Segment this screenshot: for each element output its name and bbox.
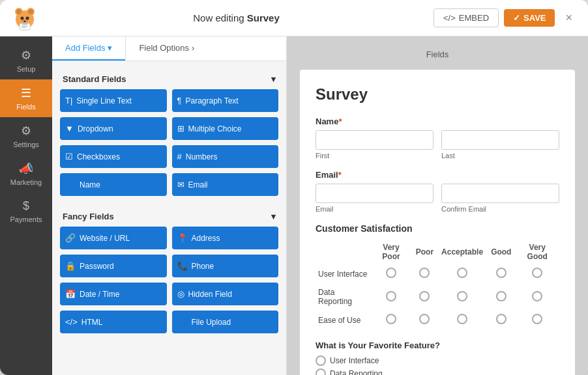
settings-icon: ⚙ [21, 124, 31, 138]
radio-dr-1[interactable] [370, 284, 412, 310]
field-numbers[interactable]: # Numbers [172, 145, 279, 168]
sidebar-item-settings[interactable]: ⚙ Settings [0, 117, 52, 155]
sidebar-item-marketing[interactable]: 📣 Marketing [0, 155, 52, 193]
field-label: HTML [81, 318, 103, 327]
password-icon: 🔒 [65, 261, 76, 271]
first-name-input[interactable] [316, 130, 434, 150]
check-icon: ✓ [513, 13, 520, 23]
field-hidden[interactable]: ◎ Hidden Field [172, 283, 279, 305]
sidebar-item-fields[interactable]: ☰ Fields [0, 79, 52, 117]
field-label: Checkboxes [77, 152, 120, 161]
standard-fields-header[interactable]: Standard Fields ▾ [60, 69, 278, 89]
fancy-fields-chevron: ▾ [271, 212, 276, 221]
field-label: Email [188, 180, 208, 189]
fav-radio-ui[interactable] [316, 355, 326, 366]
radio-dr-2[interactable] [412, 284, 437, 310]
radio-eu-3[interactable] [437, 310, 487, 330]
save-button[interactable]: ✓ SAVE [504, 9, 555, 27]
radio-eu-2[interactable] [412, 310, 437, 330]
tab-field-options[interactable]: Field Options › [125, 36, 207, 61]
form-group-email: Email* Email Confirm Email [316, 170, 559, 213]
chevron-right-icon: › [192, 43, 194, 53]
radio-ui-2[interactable] [412, 264, 437, 284]
field-multiple-choice[interactable]: ⊞ Multiple Choice [172, 117, 279, 140]
field-address[interactable]: 📍 Address [172, 227, 279, 249]
rating-col-good: Good [487, 240, 515, 264]
radio-eu-4[interactable] [487, 310, 515, 330]
field-label: Hidden Field [188, 290, 232, 299]
first-sublabel: First [316, 152, 434, 160]
field-datetime[interactable]: 📅 Date / Time [60, 283, 167, 305]
field-name[interactable]: 👤 Name [60, 173, 167, 196]
toolbar-actions: </> EMBED ✓ SAVE × [434, 8, 578, 27]
radio-ui-1[interactable] [370, 264, 412, 284]
fancy-fields-grid: 🔗 Website / URL 📍 Address 🔒 Password 📞 P… [60, 227, 278, 333]
radio-ui-4[interactable] [487, 264, 515, 284]
sidebar-item-setup[interactable]: ⚙ Setup [0, 42, 52, 79]
phone-icon: 📞 [177, 261, 188, 271]
embed-button[interactable]: </> EMBED [434, 8, 499, 27]
field-checkboxes[interactable]: ☑ Checkboxes [60, 145, 167, 168]
svg-point-4 [28, 9, 33, 14]
rating-col-verypoor: Very Poor [370, 240, 412, 264]
name-icon: 👤 [65, 180, 76, 189]
field-phone[interactable]: 📞 Phone [172, 255, 279, 277]
email-sublabel: Email [316, 205, 434, 213]
fields-panel: Add Fields ▾ Field Options › Standard Fi… [52, 36, 287, 375]
multiple-choice-icon: ⊞ [177, 124, 184, 133]
last-name-input[interactable] [441, 130, 559, 150]
name-label: Name* [316, 117, 559, 126]
field-label: Single Line Text [76, 96, 132, 105]
field-dropdown[interactable]: ▼ Dropdown [60, 117, 167, 140]
field-label: Address [192, 234, 220, 243]
app-window: Now editing Survey </> EMBED ✓ SAVE × ⚙ … [0, 0, 588, 375]
radio-ui-5[interactable] [515, 264, 559, 284]
radio-dr-3[interactable] [437, 284, 487, 310]
radio-eu-1[interactable] [370, 310, 412, 330]
satisfaction-title: Customer Satisfaction [316, 223, 559, 234]
radio-dr-4[interactable] [487, 284, 515, 310]
radio-eu-5[interactable] [515, 310, 559, 330]
fields-icon: ☰ [21, 86, 31, 100]
field-password[interactable]: 🔒 Password [60, 255, 167, 277]
table-row: User Interface [316, 264, 559, 284]
fancy-fields-header[interactable]: Fancy Fields ▾ [60, 206, 278, 227]
save-label: SAVE [523, 13, 546, 23]
name-row: First Last [316, 130, 559, 160]
field-website-url[interactable]: 🔗 Website / URL [60, 227, 167, 249]
checkboxes-icon: ☑ [65, 152, 73, 161]
field-email[interactable]: ✉ Email [172, 173, 279, 196]
field-label: File Upload [192, 318, 231, 327]
first-name-wrap: First [316, 130, 434, 160]
sidebar-item-payments[interactable]: $ Payments [0, 193, 52, 230]
sidebar-nav: ⚙ Setup ☰ Fields ⚙ Settings 📣 Marketing … [0, 36, 52, 375]
embed-label: EMBED [459, 13, 489, 23]
tab-field-options-label: Field Options [139, 43, 189, 53]
field-file-upload[interactable]: 👤 File Upload [172, 311, 279, 333]
logo [10, 4, 39, 33]
radio-dr-5[interactable] [515, 284, 559, 310]
email-row: Email Confirm Email [316, 184, 559, 213]
radio-ui-3[interactable] [437, 264, 487, 284]
svg-point-6 [26, 16, 29, 20]
close-button[interactable]: × [560, 8, 578, 27]
email-wrap: Email [316, 184, 434, 213]
fav-label-ui: User Interface [330, 356, 379, 365]
html-icon: </> [65, 317, 78, 327]
field-paragraph-text[interactable]: ¶ Paragraph Text [172, 89, 279, 112]
page-title: Now editing Survey [39, 12, 434, 23]
confirm-email-input[interactable] [441, 184, 559, 203]
title-bold: Survey [247, 12, 280, 23]
svg-point-5 [21, 16, 24, 20]
hidden-icon: ◎ [177, 289, 184, 299]
form-group-name: Name* First Last [316, 117, 559, 160]
tab-add-fields[interactable]: Add Fields ▾ [52, 36, 125, 61]
field-html[interactable]: </> HTML [60, 311, 167, 333]
fav-radio-dr[interactable] [316, 368, 326, 375]
fav-option-dr: Data Reporting [316, 368, 559, 375]
email-input[interactable] [316, 184, 434, 203]
rating-col-acceptable: Acceptable [437, 240, 487, 264]
preview-area: Fields Survey Name* First [287, 36, 588, 375]
field-single-line-text[interactable]: T| Single Line Text [60, 89, 167, 112]
marketing-icon: 📣 [19, 161, 33, 176]
